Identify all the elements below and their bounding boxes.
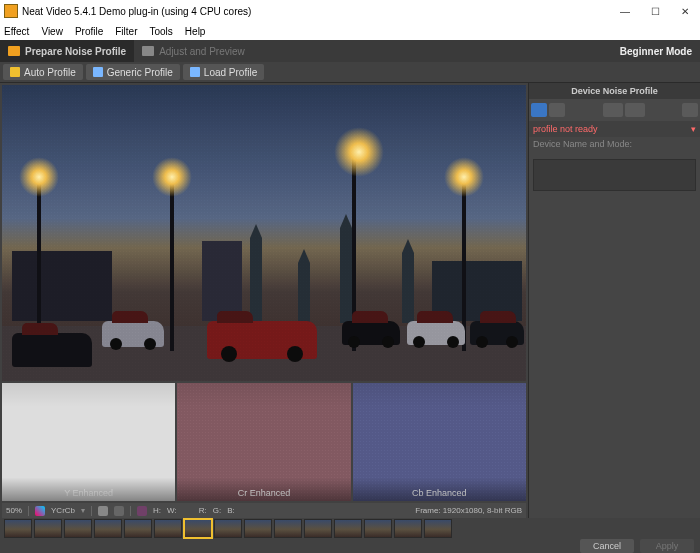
frame-info: Frame: 1920x1080, 8-bit RGB	[415, 506, 522, 515]
noise-overlay	[2, 85, 526, 381]
maximize-button[interactable]: ☐	[640, 1, 670, 21]
frame-thumb[interactable]	[124, 519, 152, 538]
minimize-button[interactable]: —	[610, 1, 640, 21]
adjust-tab-icon	[142, 46, 154, 56]
tab-adjust-preview[interactable]: Adjust and Preview	[134, 40, 253, 62]
profile-tab-icon	[8, 46, 20, 56]
frame-thumb[interactable]	[364, 519, 392, 538]
frame-thumb[interactable]	[34, 519, 62, 538]
profile-status-row[interactable]: profile not ready ▾	[529, 121, 700, 137]
frame-thumb[interactable]	[4, 519, 32, 538]
panel-title: Device Noise Profile	[529, 83, 700, 99]
profile-toolbar: Auto Profile Generic Profile Load Profil…	[0, 62, 700, 83]
apply-button[interactable]: Apply	[640, 539, 694, 553]
menu-filter[interactable]: Filter	[115, 26, 137, 37]
load-profile-button[interactable]: Load Profile	[183, 64, 264, 80]
frame-thumb[interactable]	[424, 519, 452, 538]
colorspace-label[interactable]: YCrCb	[51, 506, 75, 515]
panel-tab-b[interactable]	[549, 103, 565, 117]
frame-thumb[interactable]	[304, 519, 332, 538]
readout-r: R:	[199, 506, 207, 515]
readout-h: H:	[153, 506, 161, 515]
load-icon	[190, 67, 200, 77]
panel-toolbar	[529, 99, 700, 121]
panel-tab-a[interactable]	[531, 103, 547, 117]
cr-channel-preview[interactable]: Cr Enhanced	[177, 383, 350, 501]
generic-profile-label: Generic Profile	[107, 67, 173, 78]
tab-adjust-label: Adjust and Preview	[159, 46, 245, 57]
y-channel-preview[interactable]: Y Enhanced	[2, 383, 175, 501]
device-info-box	[533, 159, 696, 191]
frame-thumbnails	[0, 518, 700, 538]
tab-prepare-profile[interactable]: Prepare Noise Profile	[0, 40, 134, 62]
menu-view[interactable]: View	[41, 26, 63, 37]
zoom-level[interactable]: 50%	[6, 506, 22, 515]
auto-profile-label: Auto Profile	[24, 67, 76, 78]
app-logo-icon	[4, 4, 18, 18]
cb-channel-preview[interactable]: Cb Enhanced	[353, 383, 526, 501]
menu-tools[interactable]: Tools	[149, 26, 172, 37]
menu-help[interactable]: Help	[185, 26, 206, 37]
menu-bar: Effect View Profile Filter Tools Help	[0, 22, 700, 40]
cancel-button[interactable]: Cancel	[580, 539, 634, 553]
menu-effect[interactable]: Effect	[4, 26, 29, 37]
tab-prepare-label: Prepare Noise Profile	[25, 46, 126, 57]
frame-thumb[interactable]	[334, 519, 362, 538]
profile-status-text: profile not ready	[533, 124, 598, 134]
load-profile-label: Load Profile	[204, 67, 257, 78]
panel-menu-button[interactable]	[682, 103, 698, 117]
workspace: Y Enhanced Cr Enhanced Cb Enhanced 50% Y…	[0, 83, 700, 518]
frame-thumb[interactable]	[64, 519, 92, 538]
frame-thumb[interactable]	[94, 519, 122, 538]
tool-a-icon[interactable]	[98, 506, 108, 516]
preview-area: Y Enhanced Cr Enhanced Cb Enhanced 50% Y…	[0, 83, 528, 518]
status-bar: 50% YCrCb ▾ H: W: R: G: B: Frame: 1920x1…	[2, 503, 526, 518]
footer: Cancel Apply	[0, 518, 700, 553]
title-bar: Neat Video 5.4.1 Demo plug-in (using 4 C…	[0, 0, 700, 22]
panel-opt-1[interactable]	[603, 103, 623, 117]
frame-thumb[interactable]	[154, 519, 182, 538]
mode-toggle[interactable]: Beginner Mode	[620, 46, 692, 57]
frame-thumb[interactable]	[184, 519, 212, 538]
dialog-buttons: Cancel Apply	[0, 538, 700, 553]
frame-thumb[interactable]	[394, 519, 422, 538]
readout-w: W:	[167, 506, 177, 515]
menu-profile[interactable]: Profile	[75, 26, 103, 37]
device-label: Device Name and Mode:	[529, 137, 700, 157]
frame-thumb[interactable]	[214, 519, 242, 538]
auto-profile-button[interactable]: Auto Profile	[3, 64, 83, 80]
bolt-icon	[10, 67, 20, 77]
close-button[interactable]: ✕	[670, 1, 700, 21]
frame-thumb[interactable]	[244, 519, 272, 538]
readout-g: G:	[213, 506, 221, 515]
generic-profile-button[interactable]: Generic Profile	[86, 64, 180, 80]
panel-opt-2[interactable]	[625, 103, 645, 117]
doc-icon	[93, 67, 103, 77]
readout-b: B:	[227, 506, 235, 515]
colorspace-icon[interactable]	[35, 506, 45, 516]
swatch-icon	[137, 506, 147, 516]
window-title: Neat Video 5.4.1 Demo plug-in (using 4 C…	[22, 6, 610, 17]
channel-previews: Y Enhanced Cr Enhanced Cb Enhanced	[2, 383, 526, 501]
frame-thumb[interactable]	[274, 519, 302, 538]
main-preview[interactable]	[2, 85, 526, 381]
dropdown-icon[interactable]: ▾	[691, 124, 696, 134]
tool-b-icon[interactable]	[114, 506, 124, 516]
side-panel: Device Noise Profile profile not ready ▾…	[528, 83, 700, 518]
mode-tabs: Prepare Noise Profile Adjust and Preview…	[0, 40, 700, 62]
